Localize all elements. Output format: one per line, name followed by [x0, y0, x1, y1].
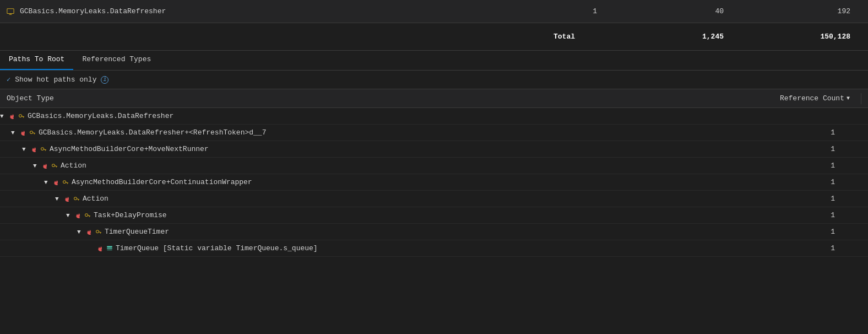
svg-rect-29: [107, 250, 112, 251]
tab-paths-to-root[interactable]: Paths To Root: [0, 51, 73, 70]
tree-row[interactable]: ▼AsyncMethodBuilderCore+MoveNextRunner1: [0, 141, 868, 158]
col-headers: Object Type Reference Count ▼: [0, 89, 868, 108]
stack-icon: [106, 245, 113, 252]
hot-paths-label: Show hot paths only: [15, 76, 96, 84]
top-col2: 40: [608, 7, 735, 15]
tree-row-content: ▼Action: [0, 161, 741, 170]
key-icon: [62, 179, 69, 186]
top-row-cols: 1 40 192: [481, 7, 861, 15]
top-col3: 192: [735, 7, 861, 15]
expand-arrow[interactable]: ▼: [11, 130, 19, 136]
svg-line-13: [55, 166, 57, 167]
tree-row[interactable]: ▼Action1: [0, 191, 868, 207]
tree-item-text: Action: [83, 195, 109, 203]
svg-point-6: [30, 131, 33, 134]
tree-row-count: 1: [741, 145, 868, 153]
svg-rect-0: [7, 8, 14, 13]
svg-line-4: [21, 116, 24, 117]
tree-item-text: TimerQueueTimer: [105, 228, 169, 236]
expand-arrow[interactable]: ▼: [33, 163, 41, 169]
flame-icon: [86, 228, 93, 236]
svg-line-7: [32, 133, 35, 134]
svg-rect-28: [107, 248, 112, 249]
svg-point-18: [74, 197, 77, 200]
key-icon: [51, 162, 58, 169]
total-label: Total: [7, 33, 608, 41]
expand-arrow[interactable]: ▼: [0, 113, 8, 120]
tree-row-count: 1: [741, 161, 868, 170]
hot-paths-checkbox[interactable]: ✓: [7, 76, 10, 84]
tree-row[interactable]: ▼Action1: [0, 158, 868, 174]
svg-line-10: [44, 149, 46, 150]
col-header-refcount-label: Reference Count: [780, 94, 844, 103]
tree-row-content: ▼GCBasics.MemoryLeaks.DataRefresher+<Ref…: [0, 128, 741, 137]
tree-row[interactable]: TimerQueue [Static variable TimerQueue.s…: [0, 240, 868, 257]
svg-line-22: [88, 216, 90, 217]
key-icon: [84, 212, 91, 219]
key-icon: [18, 112, 25, 120]
expand-arrow[interactable]: ▼: [44, 179, 52, 186]
info-icon[interactable]: i: [101, 76, 109, 84]
flame-icon: [53, 179, 60, 186]
tree-item-text: GCBasics.MemoryLeaks.DataRefresher: [28, 112, 173, 120]
tree-item-text: GCBasics.MemoryLeaks.DataRefresher+<Refr…: [39, 128, 266, 137]
flame-icon: [42, 162, 49, 170]
total-col2: 150,128: [735, 33, 861, 41]
flame-icon: [20, 129, 27, 137]
svg-line-16: [66, 182, 68, 184]
col-header-object-type: Object Type: [7, 94, 734, 103]
key-icon: [29, 129, 36, 136]
tree-row-count: 1: [741, 128, 868, 137]
tab-bar: Paths To Root Referenced Types: [0, 51, 868, 71]
svg-point-9: [41, 148, 44, 150]
expand-arrow[interactable]: ▼: [66, 212, 74, 219]
top-title: GCBasics.MemoryLeaks.DataRefresher: [20, 7, 166, 15]
tab-referenced-types[interactable]: Referenced Types: [73, 51, 160, 70]
tree-row[interactable]: ▼GCBasics.MemoryLeaks.DataRefresher+<Ref…: [0, 125, 868, 141]
tree-row[interactable]: ▼Task+DelayPromise1: [0, 207, 868, 224]
svg-point-15: [63, 181, 66, 184]
tree-row[interactable]: ▼TimerQueueTimer1: [0, 224, 868, 240]
tree-row-content: ▼AsyncMethodBuilderCore+ContinuationWrap…: [0, 178, 741, 186]
tree-row-count: 1: [741, 178, 868, 186]
tree-item-text: TimerQueue [Static variable TimerQueue.s…: [116, 244, 318, 252]
total-row: Total 1,245 150,128: [0, 23, 868, 51]
svg-point-24: [96, 230, 99, 233]
sort-indicator: ▼: [847, 95, 850, 101]
tree-row[interactable]: ▼AsyncMethodBuilderCore+ContinuationWrap…: [0, 174, 868, 191]
flame-icon: [9, 112, 16, 120]
tree-row-content: ▼GCBasics.MemoryLeaks.DataRefresher: [0, 112, 741, 120]
tree-item-text: AsyncMethodBuilderCore+MoveNextRunner: [50, 145, 209, 153]
top-row-title: GCBasics.MemoryLeaks.DataRefresher: [7, 7, 481, 15]
expand-arrow[interactable]: ▼: [77, 229, 85, 235]
expand-arrow[interactable]: ▼: [55, 196, 63, 202]
tree-item-text: Task+DelayPromise: [94, 211, 167, 219]
tree-row-content: ▼Task+DelayPromise: [0, 211, 741, 219]
monitor-icon: [7, 8, 14, 15]
svg-point-12: [52, 164, 55, 167]
top-col1: 1: [481, 7, 608, 15]
svg-point-3: [19, 115, 22, 117]
flame-icon: [64, 195, 71, 203]
tree-container: ▼GCBasics.MemoryLeaks.DataRefresher▼GCBa…: [0, 108, 868, 257]
flame-icon: [31, 146, 38, 153]
total-cols: 1,245 150,128: [608, 33, 861, 41]
col-header-separator: [861, 93, 861, 104]
tree-row-count: 1: [741, 195, 868, 203]
options-bar: ✓ Show hot paths only i: [0, 71, 868, 89]
svg-line-19: [77, 199, 79, 200]
tree-row-content: ▼TimerQueueTimer: [0, 228, 741, 236]
tree-row-count: 1: [741, 228, 868, 236]
tree-row-content: ▼Action: [0, 195, 741, 203]
col-header-reference-count[interactable]: Reference Count ▼: [734, 94, 861, 103]
svg-point-21: [85, 214, 88, 217]
tree-row-count: 1: [741, 211, 868, 219]
flame-icon: [97, 245, 104, 252]
tree-item-text: Action: [61, 161, 86, 170]
expand-arrow[interactable]: ▼: [22, 146, 30, 153]
flame-icon: [75, 212, 82, 219]
svg-rect-27: [107, 246, 112, 247]
tree-item-text: AsyncMethodBuilderCore+ContinuationWrapp…: [72, 178, 252, 186]
tree-row[interactable]: ▼GCBasics.MemoryLeaks.DataRefresher: [0, 108, 868, 125]
total-col1: 1,245: [608, 33, 735, 41]
